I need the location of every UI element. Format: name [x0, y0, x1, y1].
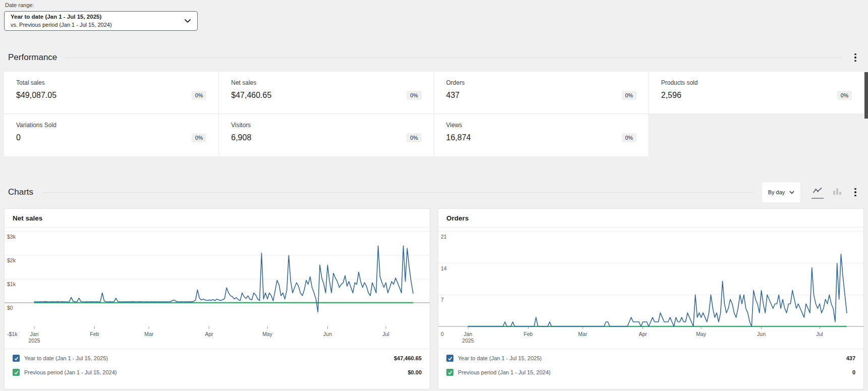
- chart-legend: Year to date (Jan 1 - Jul 15, 2025) 437 …: [438, 349, 863, 381]
- metric-delta-badge: 0%: [622, 91, 636, 100]
- date-range-secondary: vs. Previous period (Jan 1 - Jul 15, 202…: [11, 21, 184, 29]
- metric-delta-badge: 0%: [837, 91, 852, 100]
- legend-item-current-period[interactable]: Year to date (Jan 1 - Jul 15, 2025) $47,…: [5, 351, 430, 365]
- metric-value: 16,874: [446, 133, 471, 142]
- metric-delta-badge: 0%: [192, 133, 206, 142]
- svg-text:Jul: Jul: [382, 331, 389, 337]
- vertical-scrollbar-thumb[interactable]: [864, 72, 868, 119]
- svg-text:2025: 2025: [28, 338, 40, 344]
- metric-card-orders[interactable]: Orders 437 0%: [434, 72, 649, 114]
- svg-text:21: 21: [441, 234, 447, 240]
- svg-text:$3k: $3k: [7, 234, 16, 240]
- svg-text:Mar: Mar: [144, 331, 154, 337]
- header-divider: [66, 58, 842, 58]
- chevron-down-icon: [184, 19, 191, 23]
- legend-item-previous-period[interactable]: Previous period (Jan 1 - Jul 15, 2024) 0: [438, 365, 863, 379]
- metric-card-products-sold[interactable]: Products sold 2,596 0%: [649, 72, 864, 114]
- performance-title: Performance: [8, 52, 57, 63]
- checkbox-checked-icon[interactable]: [13, 355, 20, 362]
- metric-delta-badge: 0%: [192, 91, 206, 100]
- metric-label: Visitors: [231, 122, 421, 129]
- legend-label: Previous period (Jan 1 - Jul 15, 2024): [458, 369, 848, 375]
- svg-text:Mar: Mar: [578, 331, 588, 337]
- metric-delta-badge: 0%: [622, 133, 636, 142]
- orders-line-chart[interactable]: 211470Jan2025FebMarAprMayJunJul: [438, 228, 863, 349]
- svg-text:$2k: $2k: [7, 257, 16, 263]
- svg-text:2025: 2025: [462, 338, 474, 344]
- svg-text:Jun: Jun: [757, 331, 766, 337]
- metric-delta-badge: 0%: [407, 91, 421, 100]
- legend-value: $47,460.65: [394, 355, 422, 361]
- charts-section-header: Charts By day: [8, 182, 860, 203]
- svg-text:7: 7: [441, 297, 444, 303]
- header-divider: [42, 192, 753, 193]
- metric-label: Orders: [446, 79, 636, 86]
- line-chart-toggle-button[interactable]: [812, 186, 824, 199]
- performance-metrics-grid: Total sales $49,087.05 0% Net sales $47,…: [4, 72, 864, 156]
- svg-text:May: May: [696, 331, 707, 337]
- svg-text:Jan: Jan: [30, 331, 39, 337]
- legend-item-current-period[interactable]: Year to date (Jan 1 - Jul 15, 2025) 437: [438, 351, 863, 365]
- metric-card-views[interactable]: Views 16,874 0%: [434, 114, 649, 156]
- chart-legend: Year to date (Jan 1 - Jul 15, 2025) $47,…: [5, 349, 430, 381]
- interval-value: By day: [768, 189, 785, 195]
- performance-menu-kebab-icon[interactable]: [851, 51, 860, 64]
- charts-menu-kebab-icon[interactable]: [851, 186, 860, 198]
- svg-text:14: 14: [441, 265, 447, 271]
- metric-value: 6,908: [231, 133, 251, 142]
- svg-text:Apr: Apr: [639, 331, 647, 337]
- metric-value: 0: [16, 133, 21, 142]
- legend-value: 0: [852, 369, 855, 375]
- svg-text:0: 0: [441, 331, 444, 337]
- svg-text:Jan: Jan: [464, 331, 473, 337]
- date-range-dropdown[interactable]: Year to date (Jan 1 - Jul 15, 2025) vs. …: [4, 11, 198, 31]
- date-range-primary: Year to date (Jan 1 - Jul 15, 2025): [11, 13, 184, 21]
- legend-label: Year to date (Jan 1 - Jul 15, 2025): [24, 355, 389, 361]
- svg-text:$1k: $1k: [7, 281, 16, 287]
- metric-cell-empty: [649, 114, 864, 156]
- svg-text:Apr: Apr: [205, 331, 213, 337]
- metric-value: 2,596: [661, 91, 681, 100]
- orders-chart-card: Orders 211470Jan2025FebMarAprMayJunJul Y…: [438, 208, 864, 389]
- net-sales-line-chart[interactable]: $3k$2k$1k$0-$1kJan2025FebMarAprMayJunJul: [5, 228, 430, 349]
- chart-title: Orders: [438, 209, 863, 228]
- legend-value: $0.00: [408, 369, 422, 375]
- net-sales-chart-card: Net sales $3k$2k$1k$0-$1kJan2025FebMarAp…: [4, 208, 430, 389]
- svg-text:-$1k: -$1k: [7, 331, 18, 337]
- date-range-label: Date range:: [5, 2, 34, 8]
- metric-value: $47,460.65: [231, 91, 271, 100]
- performance-section-header: Performance: [8, 48, 860, 67]
- bar-chart-icon: [833, 187, 842, 195]
- metric-label: Variations Sold: [16, 122, 206, 129]
- legend-item-previous-period[interactable]: Previous period (Jan 1 - Jul 15, 2024) $…: [5, 365, 430, 379]
- bar-chart-toggle-button[interactable]: [832, 186, 843, 199]
- metric-delta-badge: 0%: [407, 133, 421, 142]
- svg-text:May: May: [262, 331, 273, 337]
- line-chart-icon: [813, 187, 823, 195]
- metric-label: Net sales: [231, 79, 421, 86]
- checkbox-checked-icon[interactable]: [446, 369, 453, 376]
- svg-text:Feb: Feb: [524, 331, 533, 337]
- metric-card-visitors[interactable]: Visitors 6,908 0%: [219, 114, 434, 156]
- checkbox-checked-icon[interactable]: [13, 369, 20, 376]
- chevron-down-icon: [789, 191, 794, 194]
- checkbox-checked-icon[interactable]: [446, 355, 453, 362]
- metric-card-total-sales[interactable]: Total sales $49,087.05 0%: [4, 72, 219, 114]
- svg-text:$0: $0: [7, 305, 13, 311]
- metric-label: Products sold: [661, 79, 852, 86]
- legend-label: Year to date (Jan 1 - Jul 15, 2025): [458, 355, 842, 361]
- metric-value: $49,087.05: [16, 91, 56, 100]
- metric-card-variations-sold[interactable]: Variations Sold 0 0%: [4, 114, 219, 156]
- svg-text:Feb: Feb: [90, 331, 99, 337]
- chart-title: Net sales: [5, 209, 430, 228]
- metric-card-net-sales[interactable]: Net sales $47,460.65 0%: [219, 72, 434, 114]
- metric-label: Views: [446, 122, 636, 129]
- metric-value: 437: [446, 91, 460, 100]
- interval-dropdown[interactable]: By day: [762, 182, 800, 202]
- legend-value: 437: [846, 355, 855, 361]
- metric-label: Total sales: [16, 79, 206, 86]
- charts-title: Charts: [8, 187, 33, 197]
- chart-type-toggle-group: [812, 186, 860, 199]
- date-range-text: Year to date (Jan 1 - Jul 15, 2025) vs. …: [11, 13, 184, 28]
- svg-text:Jul: Jul: [816, 331, 823, 337]
